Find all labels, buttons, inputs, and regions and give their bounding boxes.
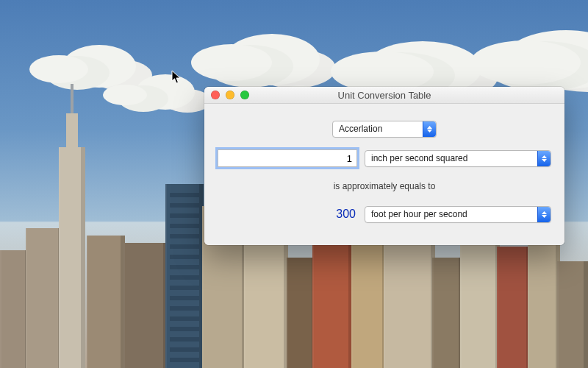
desktop: Unit Conversion Table Accerlation inch p… [0, 0, 588, 368]
dropdown-arrows-icon [423, 121, 436, 137]
to-unit-select[interactable]: foot per hour per second [365, 206, 551, 223]
mouse-cursor-icon [171, 70, 182, 85]
dropdown-arrows-icon [537, 207, 551, 222]
dropdown-arrows-icon [537, 151, 551, 166]
window-title: Unit Conversion Table [204, 90, 564, 101]
titlebar[interactable]: Unit Conversion Table [204, 87, 564, 104]
from-unit-select[interactable]: inch per second squared [365, 150, 551, 167]
close-icon[interactable] [211, 91, 220, 99]
minimize-icon[interactable] [226, 91, 234, 99]
zoom-icon[interactable] [240, 91, 249, 99]
value-input[interactable] [218, 149, 357, 167]
category-select[interactable]: Accerlation [332, 121, 437, 138]
to-unit-value: foot per hour per second [371, 209, 467, 219]
result-value: 300 [222, 208, 357, 221]
from-unit-value: inch per second squared [371, 153, 467, 163]
category-select-value: Accerlation [339, 124, 382, 134]
approx-label: is approximately equals to [334, 181, 436, 191]
unit-conversion-window: Unit Conversion Table Accerlation inch p… [204, 87, 564, 245]
window-content: Accerlation inch per second squared [204, 104, 564, 245]
window-controls [204, 91, 249, 99]
